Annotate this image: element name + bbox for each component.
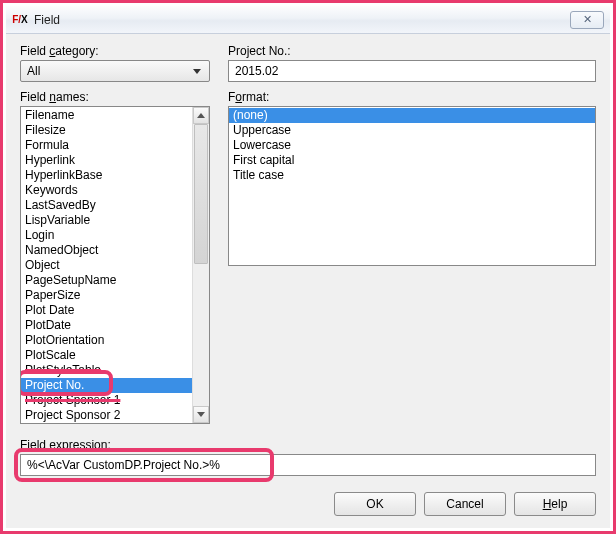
field-names-item[interactable]: Object <box>21 258 192 273</box>
field-names-item[interactable]: LispVariable <box>21 213 192 228</box>
format-item[interactable]: Title case <box>229 168 595 183</box>
close-icon: ✕ <box>583 13 592 26</box>
field-names-item[interactable]: Project No. <box>21 378 192 393</box>
field-names-item[interactable]: Formula <box>21 138 192 153</box>
field-names-item[interactable]: HyperlinkBase <box>21 168 192 183</box>
dialog-buttons: OK Cancel Help <box>20 482 596 516</box>
cancel-button[interactable]: Cancel <box>424 492 506 516</box>
field-names-item[interactable]: LastSavedBy <box>21 198 192 213</box>
help-button[interactable]: Help <box>514 492 596 516</box>
field-names-item[interactable]: Hyperlink <box>21 153 192 168</box>
format-item[interactable]: Lowercase <box>229 138 595 153</box>
field-names-item[interactable]: Filesize <box>21 123 192 138</box>
field-names-item[interactable]: PlotScale <box>21 348 192 363</box>
project-no-textbox[interactable]: 2015.02 <box>228 60 596 82</box>
field-names-listbox[interactable]: FilenameFilesizeFormulaHyperlinkHyperlin… <box>20 106 210 424</box>
project-no-label: Project No.: <box>228 44 596 58</box>
field-names-item[interactable]: Project Sponsor 1 <box>21 393 192 408</box>
field-category-label: Field category: <box>20 44 210 58</box>
field-category-combo[interactable]: All <box>20 60 210 82</box>
field-expression-textbox[interactable]: %<\AcVar CustomDP.Project No.>% <box>20 454 596 476</box>
field-names-label: Field names: <box>20 90 210 104</box>
field-names-item[interactable]: Filename <box>21 108 192 123</box>
titlebar: F/X Field ✕ <box>6 6 610 34</box>
project-no-value: 2015.02 <box>235 64 278 78</box>
field-dialog: F/X Field ✕ Field category: All <box>6 6 610 528</box>
format-item[interactable]: Uppercase <box>229 123 595 138</box>
scroll-up-button[interactable] <box>193 107 209 124</box>
field-names-item[interactable]: PaperSize <box>21 288 192 303</box>
app-icon: F/X <box>12 12 28 28</box>
chevron-down-icon <box>189 69 205 74</box>
format-item[interactable]: First capital <box>229 153 595 168</box>
field-names-item[interactable]: Project Sponsor 2 <box>21 408 192 423</box>
field-expression-value: %<\AcVar CustomDP.Project No.>% <box>27 458 220 472</box>
field-category-value: All <box>27 64 189 78</box>
field-names-item[interactable]: PlotDate <box>21 318 192 333</box>
scroll-thumb[interactable] <box>194 124 208 264</box>
format-label: Format: <box>228 90 596 104</box>
field-names-scrollbar[interactable] <box>192 107 209 423</box>
close-button[interactable]: ✕ <box>570 11 604 29</box>
format-listbox[interactable]: (none)UppercaseLowercaseFirst capitalTit… <box>228 106 596 266</box>
field-expression-label: Field expression: <box>20 438 596 452</box>
ok-button[interactable]: OK <box>334 492 416 516</box>
window-title: Field <box>34 13 60 27</box>
field-names-item[interactable]: Keywords <box>21 183 192 198</box>
field-names-item[interactable]: Plot Date <box>21 303 192 318</box>
field-names-item[interactable]: PlotOrientation <box>21 333 192 348</box>
field-names-item[interactable]: PageSetupName <box>21 273 192 288</box>
field-names-item[interactable]: Login <box>21 228 192 243</box>
field-names-item[interactable]: PlotStyleTable <box>21 363 192 378</box>
field-names-item[interactable]: NamedObject <box>21 243 192 258</box>
scroll-down-button[interactable] <box>193 406 209 423</box>
format-item[interactable]: (none) <box>229 108 595 123</box>
